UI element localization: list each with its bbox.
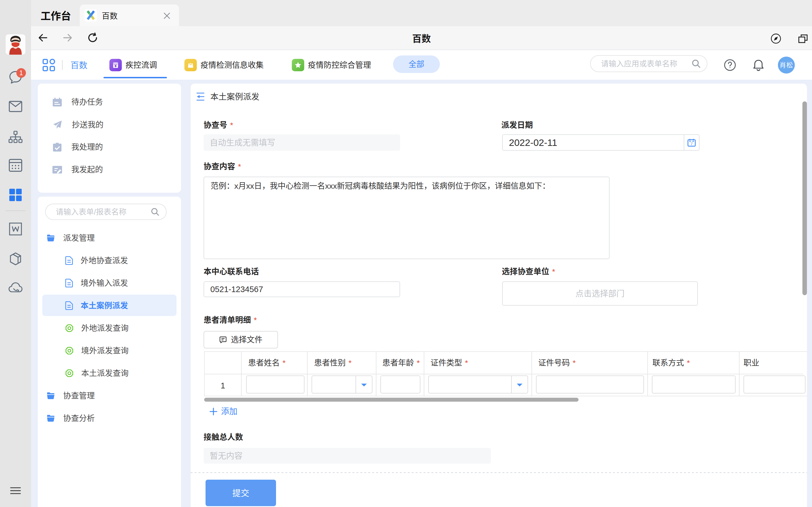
svg-text:7: 7 — [691, 142, 693, 146]
